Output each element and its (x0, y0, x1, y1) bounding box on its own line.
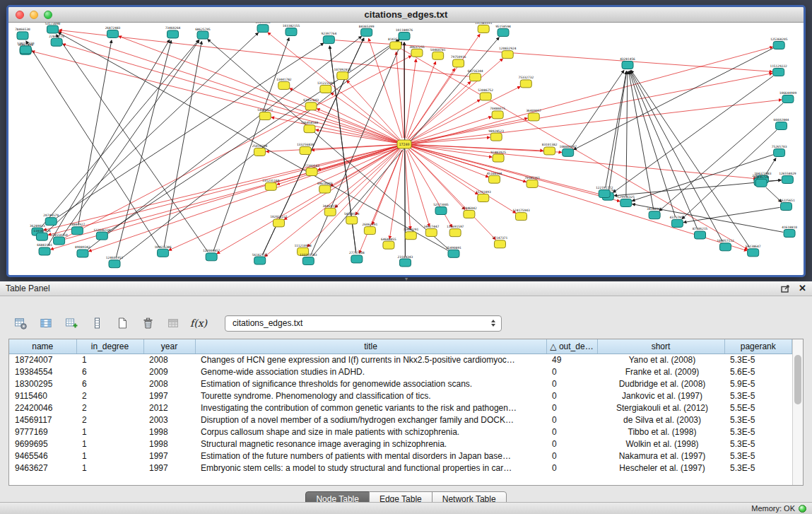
graph-node[interactable]: 56138647 (746, 245, 761, 257)
graph-node[interactable]: 13441782 (276, 78, 292, 90)
graph-node[interactable]: 125368205 (770, 37, 788, 49)
graph-node[interactable]: 68625705 (195, 28, 211, 40)
graph-node[interactable]: 106644909 (779, 91, 797, 103)
graph-node[interactable]: 53086752 (478, 88, 493, 100)
column-view-button[interactable] (88, 315, 106, 332)
column-header-title[interactable]: title (195, 339, 546, 354)
graph-node[interactable]: 120832924 (499, 47, 517, 59)
graph-node[interactable]: 100057112 (717, 239, 734, 251)
graph-node[interactable]: 56495728 (753, 175, 769, 187)
close-panel-icon[interactable]: ✕ (799, 284, 806, 293)
graph-node[interactable]: 43737955 (670, 216, 686, 228)
graph-node[interactable]: 84365399 (359, 25, 375, 37)
table-row[interactable]: 2242004622012Investigating the contribut… (9, 402, 792, 414)
graph-node[interactable]: 26062591 (363, 223, 378, 235)
graph-node[interactable]: 22844770 (49, 35, 64, 47)
graph-node[interactable]: 53173090 (45, 23, 61, 33)
graph-node[interactable]: 79750916 (451, 55, 466, 67)
graph-node[interactable]: 63957843 (303, 98, 319, 110)
graph-node[interactable]: 52573005 (433, 203, 449, 215)
column-header-pagerank[interactable]: pagerank (724, 339, 792, 354)
graph-node[interactable]: 92483925 (490, 151, 506, 163)
column-header-name[interactable]: name (9, 339, 76, 354)
scrollbar-thumb[interactable] (794, 355, 801, 404)
graph-node[interactable]: 56162725 (252, 253, 268, 265)
graph-node[interactable]: 87186215 (693, 227, 708, 239)
table-row[interactable]: 946554611997Estimation of the future num… (9, 450, 792, 462)
graph-node[interactable]: 66602844 (774, 118, 789, 130)
table-row[interactable]: 1938455462009Genome-wide association stu… (9, 366, 792, 378)
graph-node[interactable]: 135691597 (447, 225, 464, 237)
graph-node[interactable]: 133355783 (300, 253, 317, 265)
table-row[interactable]: 911546021997Tourette syndrome. Phenomeno… (9, 390, 792, 402)
graph-node[interactable]: 15453131 (255, 23, 271, 33)
table-settings-button[interactable] (11, 315, 30, 332)
table-row[interactable]: 1456911722003Disruption of a novel membe… (9, 414, 792, 426)
graph-node[interactable]: 98928523 (488, 129, 504, 141)
graph-node[interactable]: 41618810 (782, 226, 797, 238)
table-row[interactable]: 969969511998Structural magnetic resonanc… (9, 438, 792, 450)
graph-node[interactable]: 75332732 (518, 76, 534, 88)
graph-node[interactable]: 77393543 (304, 164, 319, 176)
table-add-button[interactable] (62, 315, 81, 332)
graph-hub-node[interactable]: 17240 (397, 140, 411, 148)
graph-node[interactable]: 34927447 (423, 225, 439, 237)
graph-node[interactable]: 83101382 (542, 143, 558, 155)
graph-node[interactable]: 25490891 (446, 246, 461, 258)
graph-node[interactable]: 45166504 (487, 172, 502, 184)
graph-node[interactable]: 122646130 (93, 228, 111, 240)
graph-node[interactable]: 107092812 (334, 68, 352, 80)
graph-node[interactable]: 122000857 (203, 249, 220, 261)
graph-node[interactable]: 69610203 (317, 182, 333, 194)
graph-node[interactable]: 60756344 (468, 69, 483, 81)
graph-node[interactable]: 72400291 (403, 228, 418, 240)
function-builder-button[interactable]: f(x) (189, 315, 208, 332)
column-header-year[interactable]: year (143, 339, 195, 354)
graph-node[interactable]: 92397764 (321, 32, 336, 44)
graph-node[interactable]: 95158594 (495, 25, 511, 37)
network-graph-svg[interactable]: 8143512130637255504607817975091660756344… (8, 23, 804, 274)
column-header-in_degree[interactable]: in_degree (76, 339, 143, 354)
new-file-button[interactable] (113, 315, 131, 332)
graph-node[interactable]: 25946042 (461, 206, 477, 218)
network-canvas[interactable]: 8143512130637255504607817975091660756344… (8, 23, 804, 274)
graph-node[interactable]: 78466530 (15, 28, 30, 40)
graph-node[interactable]: 27757008 (349, 251, 365, 263)
graph-node[interactable]: 124175943 (512, 209, 530, 221)
table-row[interactable]: 1872400712008Changes of HCN gene express… (9, 354, 792, 366)
graph-node[interactable]: 133256838 (297, 143, 314, 155)
graph-node[interactable]: 20744579 (43, 214, 59, 226)
graph-node[interactable]: 102021221 (270, 215, 288, 227)
close-window-button[interactable] (16, 11, 24, 19)
graph-node[interactable]: 89089342 (75, 245, 90, 257)
graph-node[interactable]: 103382155 (283, 24, 300, 36)
graph-node[interactable]: 54016573 (257, 108, 273, 120)
column-header-short[interactable]: short (597, 339, 724, 354)
graph-node[interactable]: 131223396 (317, 81, 335, 93)
graph-node[interactable]: 54300523 (344, 212, 360, 224)
graph-node[interactable]: 109616386 (154, 245, 172, 257)
column-header-out_degree[interactable]: △ out_de… (546, 339, 597, 354)
float-panel-icon[interactable] (781, 285, 790, 293)
window-titlebar[interactable]: citations_edges.txt (8, 7, 804, 23)
import-table-button[interactable] (164, 315, 182, 332)
graph-node[interactable]: 126558029 (779, 172, 796, 184)
graph-node[interactable]: 64688455 (381, 238, 396, 250)
panel-splitter-handle[interactable]: ▼ (401, 277, 412, 282)
graph-node[interactable]: 34469152 (322, 204, 338, 216)
table-row[interactable]: 1830029562008Estimation of significance … (9, 378, 792, 390)
graph-node[interactable]: 115129222 (770, 64, 787, 76)
zoom-window-button[interactable] (44, 11, 52, 19)
graph-node[interactable]: 108884547 (559, 145, 577, 157)
graph-node[interactable]: 34388962 (647, 207, 662, 219)
graph-node[interactable]: 23184343 (398, 255, 413, 267)
graph-node[interactable]: 25010294 (252, 144, 268, 156)
table-row[interactable]: 946362711997Embryonic stem cells: a mode… (9, 462, 792, 474)
table-row[interactable]: 977716911998Corpus callosum shape and si… (9, 426, 792, 438)
graph-node[interactable]: 26872483 (105, 26, 121, 38)
graph-node[interactable]: 36409057 (526, 109, 541, 121)
table-scrollbar[interactable] (792, 339, 803, 485)
minimize-window-button[interactable] (30, 11, 38, 19)
graph-node[interactable]: 50460781 (430, 48, 446, 60)
graph-node[interactable]: 70486075 (490, 107, 505, 119)
